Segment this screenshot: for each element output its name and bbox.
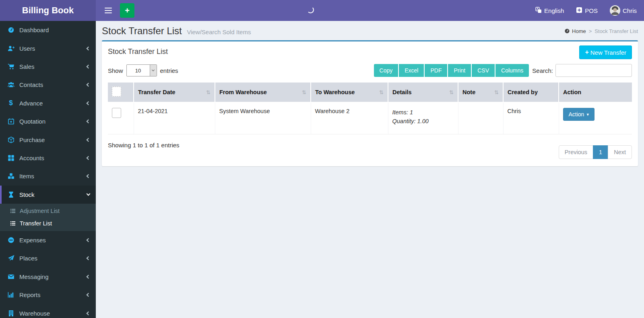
sidebar-subitem-adjustment-list[interactable]: Adjustment List (0, 205, 96, 217)
users-icon (6, 81, 16, 88)
user-menu[interactable]: Chris (610, 5, 637, 16)
plus-icon: + (125, 6, 130, 15)
page-length-control: Show 10 entries (108, 64, 178, 76)
pdf-button[interactable]: PDF (425, 64, 447, 77)
sidebar-item-label: Advance (19, 100, 87, 107)
show-label: Show (108, 67, 123, 74)
page-size-select[interactable]: 10 (126, 64, 157, 76)
sidebar-item-label: Dashboard (19, 27, 90, 33)
sort-icon[interactable]: ⇅ (494, 89, 499, 95)
breadcrumb: Home > Stock Transfer List (564, 28, 638, 34)
table-toolbar: Show 10 entries Copy Excel PDF Print (108, 64, 632, 77)
bar-chart-icon (6, 291, 16, 298)
header-to-warehouse[interactable]: To Warehouse⇅ (311, 83, 388, 102)
sidebar-item-sales[interactable]: Sales (0, 58, 96, 76)
language-menu[interactable]: English (535, 7, 564, 14)
header-action: Action (559, 83, 632, 102)
row-checkbox[interactable] (112, 108, 121, 118)
sort-icon[interactable]: ⇅ (449, 89, 454, 95)
chevron-left-icon (87, 293, 91, 297)
cell-note (458, 102, 503, 134)
print-button[interactable]: Print (448, 64, 471, 77)
new-transfer-label: New Transfer (590, 49, 626, 56)
sidebar-subitem-label: Transfer List (20, 220, 52, 227)
navbar-right: English POS (535, 5, 637, 16)
search-input[interactable] (555, 64, 632, 77)
pagination-previous[interactable]: Previous (559, 145, 593, 159)
top-navbar: Billing Book + English (0, 0, 644, 21)
sidebar-item-quotation[interactable]: Quotation (0, 112, 96, 130)
sidebar-item-purchase[interactable]: Purchase (0, 130, 96, 149)
sidebar-item-dashboard[interactable]: Dashboard (0, 21, 96, 39)
row-checkbox-cell (108, 102, 134, 134)
excel-button[interactable]: Excel (399, 64, 424, 77)
entries-label: entries (160, 67, 178, 74)
sidebar-item-contacts[interactable]: Contacts (0, 76, 96, 94)
pos-button[interactable]: POS (576, 7, 598, 14)
chevron-left-icon (87, 120, 91, 124)
sidebar-item-accounts[interactable]: Accounts (0, 149, 96, 167)
sidebar-item-label: Places (19, 255, 87, 262)
new-transfer-button[interactable]: + New Transfer (579, 45, 632, 59)
sort-icon[interactable]: ⇅ (206, 89, 211, 95)
cell-from-warehouse: System Warehouse (215, 102, 311, 134)
header-from-warehouse[interactable]: From Warehouse⇅ (215, 83, 311, 102)
header-created-by: Created by (503, 83, 559, 102)
sidebar-item-expenses[interactable]: Expenses (0, 231, 96, 249)
calendar-plus-icon (6, 118, 16, 125)
row-action-button[interactable]: Action ▾ (563, 108, 594, 121)
header-note[interactable]: Note⇅ (458, 83, 503, 102)
pagination-page-1[interactable]: 1 (593, 145, 608, 159)
sidebar-item-label: Messaging (19, 273, 87, 280)
home-dashboard-icon (564, 28, 570, 34)
header-transfer-date[interactable]: Transfer Date⇅ (134, 83, 215, 102)
dashboard-icon (6, 27, 16, 33)
sidebar-item-label: Purchase (19, 136, 87, 143)
transfers-table: Transfer Date⇅ From Warehouse⇅ To Wareho… (108, 83, 632, 134)
stock-submenu: Adjustment List Transfer List (0, 204, 96, 231)
cube-icon (6, 136, 16, 143)
sidebar-item-stock[interactable]: Stock (0, 186, 96, 204)
sidebar-item-items[interactable]: Items (0, 167, 96, 185)
pagination-next[interactable]: Next (608, 145, 632, 159)
sidebar-item-label: Quotation (19, 118, 87, 125)
select-all-checkbox[interactable] (112, 87, 121, 97)
sidebar-item-users[interactable]: Users (0, 39, 96, 57)
columns-button[interactable]: Columns (495, 64, 529, 77)
chevron-left-icon (87, 156, 91, 160)
sidebar-item-warehouse[interactable]: Warehouse (0, 304, 96, 318)
details-quantity: Quantity: 1.00 (392, 117, 454, 126)
loading-spinner-icon (307, 6, 314, 13)
breadcrumb-home-link[interactable]: Home (564, 28, 586, 34)
panel-title: Stock Transfer List (108, 47, 632, 56)
header-details[interactable]: Details⇅ (388, 83, 458, 102)
quick-add-button[interactable]: + (120, 3, 134, 18)
sort-icon[interactable]: ⇅ (302, 89, 306, 95)
csv-button[interactable]: CSV (472, 64, 495, 77)
chevron-left-icon (87, 311, 91, 315)
page-title: Stock Transfer List View/Search Sold Ite… (102, 25, 251, 37)
search-label: Search: (532, 67, 553, 74)
app-logo[interactable]: Billing Book (0, 0, 96, 21)
export-buttons: Copy Excel PDF Print CSV Columns (374, 64, 529, 77)
cell-action: Action ▾ (559, 102, 632, 134)
panel-body: Show 10 entries Copy Excel PDF Print (102, 59, 638, 166)
chevron-left-icon (87, 138, 91, 142)
sidebar-item-advance[interactable]: $ Advance (0, 94, 96, 112)
chevron-left-icon (87, 238, 91, 242)
select-all-header (108, 83, 134, 102)
sidebar-subitem-transfer-list[interactable]: Transfer List (0, 217, 96, 230)
sidebar-item-reports[interactable]: Reports (0, 286, 96, 304)
sidebar: Dashboard Users Sales Contacts $ Advance (0, 21, 96, 318)
sidebar-item-places[interactable]: Places (0, 249, 96, 267)
sidebar-item-label: Reports (19, 291, 87, 298)
sidebar-item-messaging[interactable]: Messaging (0, 268, 96, 286)
table-header-row: Transfer Date⇅ From Warehouse⇅ To Wareho… (108, 83, 632, 102)
sidebar-toggle-button[interactable] (101, 4, 115, 17)
cubes-icon (6, 173, 16, 180)
details-items: Items: 1 (392, 108, 454, 117)
copy-button[interactable]: Copy (374, 64, 398, 77)
content-header: Stock Transfer List View/Search Sold Ite… (96, 21, 644, 40)
pagination: Previous 1 Next (559, 145, 632, 159)
sort-icon[interactable]: ⇅ (379, 89, 384, 95)
